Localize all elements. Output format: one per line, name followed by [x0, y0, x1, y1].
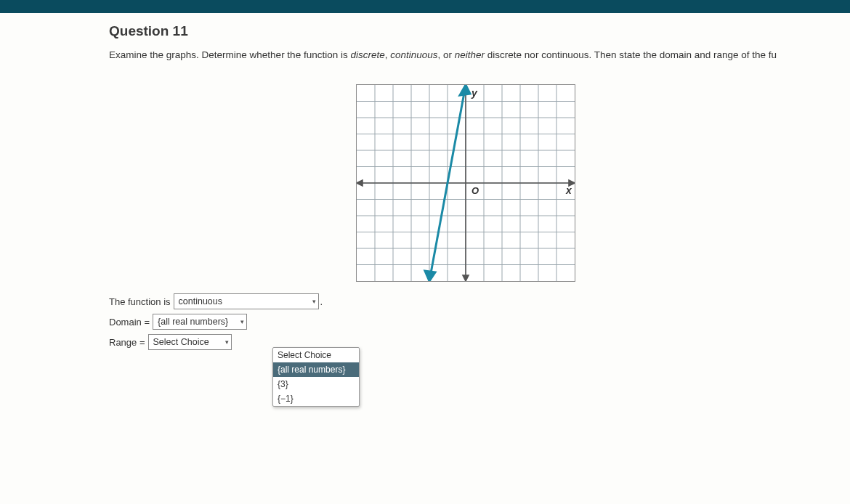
- question-number: Question 11: [109, 23, 850, 39]
- range-option-placeholder[interactable]: Select Choice: [273, 348, 359, 362]
- range-value: Select Choice: [153, 337, 209, 347]
- answer-area: The function is continuous ▾ . Domain = …: [109, 293, 323, 354]
- range-dropdown-list[interactable]: Select Choice {all real numbers} {3} {−1…: [272, 347, 360, 407]
- domain-value: {all real numbers}: [158, 317, 228, 327]
- svg-marker-29: [460, 85, 470, 95]
- function-type-value: continuous: [179, 296, 222, 306]
- prompt-em-neither: neither: [455, 49, 485, 60]
- graph-container: y x O: [356, 84, 575, 282]
- prompt-sep2: , or: [438, 49, 455, 60]
- chevron-down-icon: ▾: [312, 296, 316, 307]
- y-axis-label: y: [471, 87, 478, 99]
- domain-select[interactable]: {all real numbers} ▾: [153, 314, 247, 330]
- domain-label: Domain =: [109, 317, 150, 328]
- range-option-3[interactable]: {3}: [273, 377, 359, 391]
- svg-marker-27: [463, 275, 469, 281]
- svg-marker-25: [357, 180, 363, 186]
- prompt-text-b: discrete nor continuous. Then state the …: [485, 49, 777, 60]
- range-select[interactable]: Select Choice ▾: [148, 334, 232, 350]
- function-graph: y x O: [357, 85, 575, 281]
- prompt-em-discrete: discrete: [350, 49, 384, 60]
- question-prompt: Examine the graphs. Determine whether th…: [109, 49, 850, 60]
- x-axis-label: x: [565, 184, 572, 196]
- range-option-all-real[interactable]: {all real numbers}: [273, 362, 359, 377]
- range-option-neg1[interactable]: {−1}: [273, 391, 359, 406]
- svg-marker-30: [425, 271, 435, 281]
- origin-label: O: [471, 185, 479, 196]
- period: .: [320, 296, 323, 307]
- app-topbar: [0, 0, 850, 13]
- function-is-label: The function is: [109, 296, 171, 307]
- function-type-select[interactable]: continuous ▾: [174, 293, 319, 309]
- prompt-text-a: Examine the graphs. Determine whether th…: [109, 49, 350, 60]
- chevron-down-icon: ▾: [225, 336, 229, 348]
- range-label: Range =: [109, 337, 145, 348]
- prompt-em-continuous: continuous: [390, 49, 437, 60]
- chevron-down-icon: ▾: [240, 316, 244, 328]
